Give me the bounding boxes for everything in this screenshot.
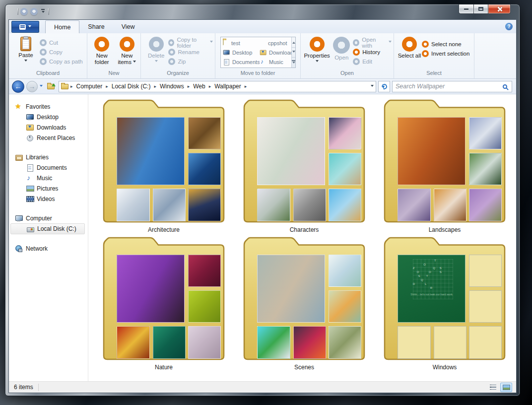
breadcrumb-separator-icon: [105, 84, 109, 89]
folder-item-landscapes[interactable]: Landscapes: [383, 98, 507, 233]
open-button[interactable]: Open: [331, 35, 352, 70]
folder-preview-thumbnail: [329, 255, 361, 287]
paste-button[interactable]: Paste: [12, 35, 40, 70]
breadcrumb-web[interactable]: Web: [192, 83, 206, 90]
back-button[interactable]: ←: [12, 80, 24, 93]
breadcrumb[interactable]: Computer Local Disk (C:) Windows Web Wal…: [59, 81, 376, 92]
up-arrow-icon: [52, 81, 56, 86]
gallery-scroll-up-button[interactable]: [292, 37, 295, 48]
minimize-button[interactable]: [459, 4, 473, 14]
tab-share[interactable]: Share: [79, 20, 113, 33]
edit-label: Edit: [362, 59, 372, 65]
copy-button[interactable]: Copy: [40, 48, 83, 56]
desktop-icon: [26, 113, 33, 121]
open-icon: [333, 37, 350, 54]
customize-qat-dropdown[interactable]: [40, 9, 46, 14]
breadcrumb-wallpaper[interactable]: Wallpaper: [213, 83, 243, 90]
up-button[interactable]: [45, 81, 57, 92]
search-icon[interactable]: [503, 84, 507, 89]
forward-button[interactable]: →: [26, 81, 38, 92]
folder-item-architecture[interactable]: Architecture: [102, 98, 226, 233]
chevron-down-icon: [24, 60, 27, 63]
help-button[interactable]: [505, 23, 513, 30]
folder-item-scenes[interactable]: Scenes: [242, 235, 366, 371]
sidebar-item-libraries[interactable]: Libraries: [9, 152, 88, 162]
invert-selection-button[interactable]: Invert selection: [422, 50, 469, 57]
folder-item-windows[interactable]: TOZQSOOSSTQDLRShhh... let's not leak our…: [383, 235, 507, 371]
chevron-down-icon: [210, 41, 213, 44]
close-button[interactable]: [488, 4, 511, 14]
select-all-button[interactable]: Select all: [397, 35, 422, 70]
zip-label: Zip: [178, 59, 186, 65]
history-button[interactable]: History: [353, 48, 392, 56]
clipboard-group-label: Clipboard: [9, 70, 87, 78]
move-to-folder-gallery: test cppshot Desktop Downloads Documents…: [220, 37, 296, 68]
file-menu-button[interactable]: [11, 21, 39, 33]
ribbon: Paste Cut Copy Copy as path Clipboard Ne…: [9, 33, 516, 79]
details-view-button[interactable]: [487, 383, 499, 392]
copy-to-folder-button[interactable]: Copy to folder: [168, 39, 213, 46]
title-bar[interactable]: [5, 4, 520, 19]
folder-item-nature[interactable]: Nature: [102, 235, 226, 371]
sidebar-item-music[interactable]: Music: [9, 173, 88, 183]
thumbnail-view-button[interactable]: [500, 383, 512, 392]
sidebar-item-local-disk[interactable]: Local Disk (C:): [10, 223, 85, 234]
sidebar-item-pictures[interactable]: Pictures: [9, 183, 88, 194]
history-label: History: [362, 49, 380, 55]
tab-home[interactable]: Home: [45, 20, 79, 33]
delete-button[interactable]: Delete: [144, 35, 168, 70]
folder-item-characters[interactable]: Characters: [242, 98, 366, 233]
folder-preview-thumbnail: [398, 326, 431, 359]
new-folder-button[interactable]: New folder: [90, 35, 114, 70]
sidebar-item-downloads[interactable]: Downloads: [9, 122, 88, 133]
move-item-cppshot[interactable]: cppshot: [260, 38, 291, 48]
folder-preview-thumbnail: [469, 290, 502, 323]
select-none-button[interactable]: Select none: [422, 40, 469, 48]
move-item-downloads[interactable]: Downloads: [260, 48, 291, 57]
sidebar-item-label: Desktop: [37, 114, 59, 121]
refresh-button[interactable]: [378, 81, 390, 92]
folder-preview-thumbnail: [398, 189, 431, 221]
search-input[interactable]: [396, 83, 501, 90]
gallery-scroll-down-button[interactable]: [292, 48, 295, 58]
sidebar-item-network[interactable]: Network: [9, 243, 88, 254]
breadcrumb-local-disk[interactable]: Local Disk (C:): [110, 83, 152, 90]
folder-preview-thumbnail: [257, 189, 290, 221]
cut-button[interactable]: Cut: [40, 39, 83, 46]
sidebar-item-desktop[interactable]: Desktop: [9, 112, 88, 122]
edit-button[interactable]: Edit: [353, 58, 392, 65]
sidebar-item-documents[interactable]: Documents: [9, 162, 88, 173]
ribbon-group-clipboard: Paste Cut Copy Copy as path Clipboard: [9, 33, 87, 78]
location-folder-icon: [61, 84, 68, 89]
gallery-more-button[interactable]: [292, 58, 295, 68]
maximize-button[interactable]: [473, 4, 488, 14]
move-item-test[interactable]: test: [223, 38, 260, 48]
address-dropdown[interactable]: [371, 85, 374, 88]
open-with-button[interactable]: Open with: [353, 39, 392, 46]
qat-button-1-icon[interactable]: [20, 8, 28, 15]
sidebar-item-recent-places[interactable]: Recent Places: [9, 133, 88, 143]
tab-view[interactable]: View: [113, 20, 143, 33]
breadcrumb-computer[interactable]: Computer: [75, 83, 104, 90]
refresh-icon: [381, 83, 388, 90]
folder-preview-thumbnail: [188, 255, 221, 287]
recent-locations-dropdown[interactable]: [40, 85, 43, 88]
ribbon-group-open: Properties Open Open with History Edit O…: [301, 33, 394, 78]
folder-preview-thumbnail: [153, 326, 186, 359]
copy-as-path-button[interactable]: Copy as path: [40, 58, 83, 65]
chevron-down-icon: [133, 61, 136, 64]
move-item-music[interactable]: Music: [260, 57, 291, 67]
folder-preview-thumbnail: [398, 117, 466, 185]
qat-button-2-icon[interactable]: [30, 8, 38, 15]
sidebar-item-computer[interactable]: Computer: [9, 213, 88, 223]
new-items-button[interactable]: New items: [116, 35, 139, 70]
folder-preview-thumbnail: TOZQSOOSSTQDLRShhh... let's not leak our…: [398, 255, 466, 323]
sidebar-item-favorites[interactable]: Favorites: [9, 101, 88, 112]
properties-button[interactable]: Properties: [304, 35, 330, 70]
sidebar-item-videos[interactable]: Videos: [9, 194, 88, 204]
move-item-desktop[interactable]: Desktop: [223, 48, 260, 57]
zip-button[interactable]: Zip: [168, 58, 213, 65]
rename-button[interactable]: Rename: [168, 48, 213, 56]
breadcrumb-windows[interactable]: Windows: [158, 83, 186, 90]
move-item-documents[interactable]: Documents: [223, 57, 260, 67]
